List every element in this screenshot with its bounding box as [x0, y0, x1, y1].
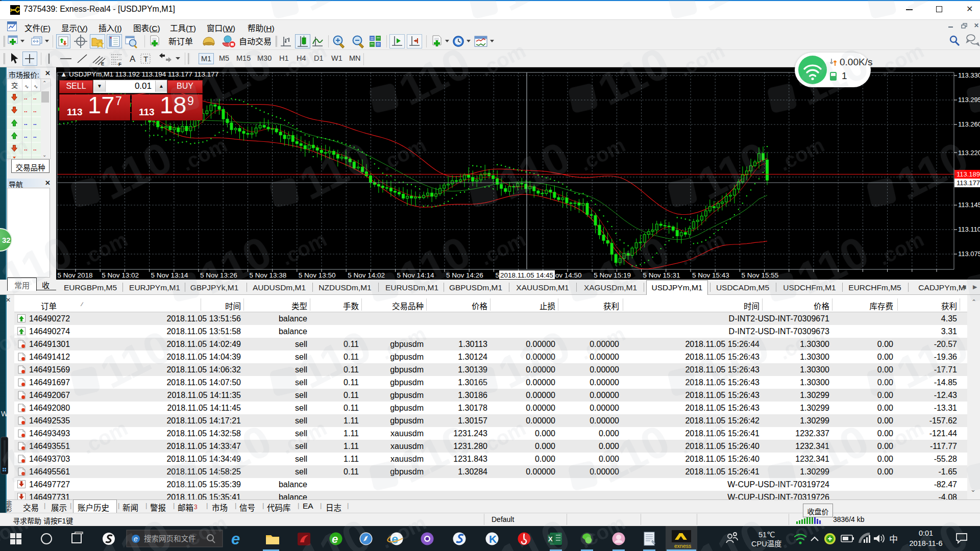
svg-text:113.110: 113.110	[958, 226, 980, 233]
svg-text:▲ USDJPYm,M1 113.192 113.194: ▲ USDJPYm,M1 113.192 113.194 113.177 113…	[60, 70, 218, 78]
svg-text:..: ..	[24, 107, 28, 114]
svg-text:自动交易: 自动交易	[239, 37, 272, 46]
svg-text:113.220: 113.220	[958, 149, 980, 157]
svg-text:5 Nov 15:43: 5 Nov 15:43	[692, 271, 729, 279]
svg-text:51℃: 51℃	[758, 531, 775, 539]
svg-text:F: F	[118, 62, 121, 67]
svg-text:113.330: 113.330	[958, 71, 980, 79]
svg-text:113.145: 113.145	[958, 201, 980, 209]
svg-text:K: K	[489, 533, 497, 545]
svg-text:∿: ∿	[24, 84, 29, 89]
svg-text:5 Nov 13:26: 5 Nov 13:26	[200, 271, 237, 279]
svg-text:5 Nov 15:19: 5 Nov 15:19	[594, 271, 631, 279]
svg-text:113.177: 113.177	[957, 179, 980, 187]
svg-text:5 Nov 14:14: 5 Nov 14:14	[397, 271, 434, 279]
svg-text:e: e	[332, 533, 338, 545]
svg-text:5 Nov 14:02: 5 Nov 14:02	[348, 271, 385, 279]
svg-text:CPU温度: CPU温度	[751, 540, 782, 548]
svg-text:..: ..	[24, 132, 28, 139]
svg-text:..: ..	[24, 145, 28, 152]
svg-text:113.295: 113.295	[958, 96, 980, 104]
svg-text:T: T	[143, 55, 148, 63]
svg-text:中: 中	[889, 535, 898, 544]
svg-text:5 Nov 13:02: 5 Nov 13:02	[102, 271, 139, 279]
svg-text:搜索网页和文件: 搜索网页和文件	[144, 535, 196, 543]
svg-text:113.260: 113.260	[958, 120, 980, 128]
svg-text:5 Nov 13:50: 5 Nov 13:50	[299, 271, 336, 279]
svg-text:新订单: 新订单	[168, 37, 193, 46]
svg-text:..: ..	[33, 132, 37, 139]
svg-text:113.075: 113.075	[958, 250, 980, 258]
svg-text:e: e	[391, 532, 398, 546]
svg-text:交: 交	[11, 82, 18, 89]
svg-text:exness: exness	[674, 543, 691, 549]
svg-text:..: ..	[33, 119, 37, 127]
svg-text:∿: ∿	[34, 84, 38, 89]
svg-text:2018.11.05 14:45: 2018.11.05 14:45	[500, 271, 553, 279]
svg-text:5 Nov 15:55: 5 Nov 15:55	[741, 271, 778, 279]
svg-text:5 Nov 13:14: 5 Nov 13:14	[151, 271, 188, 279]
svg-text:113.189: 113.189	[957, 170, 980, 178]
svg-text:A: A	[130, 54, 136, 64]
svg-text:e: e	[231, 530, 240, 548]
svg-text:..: ..	[33, 107, 37, 114]
svg-text:5 Nov 2018: 5 Nov 2018	[58, 271, 93, 279]
svg-text:..: ..	[33, 145, 37, 152]
svg-text:X: X	[548, 535, 553, 543]
svg-text:..: ..	[24, 119, 28, 127]
svg-text:5 Nov 15:31: 5 Nov 15:31	[643, 271, 680, 279]
svg-text:5 Nov 13:38: 5 Nov 13:38	[249, 271, 286, 279]
svg-text:E: E	[101, 61, 104, 66]
svg-text:..: ..	[24, 94, 28, 101]
svg-text:5 Nov 14:26: 5 Nov 14:26	[446, 271, 483, 279]
svg-text:..: ..	[33, 94, 37, 101]
svg-text:e: e	[134, 535, 138, 543]
